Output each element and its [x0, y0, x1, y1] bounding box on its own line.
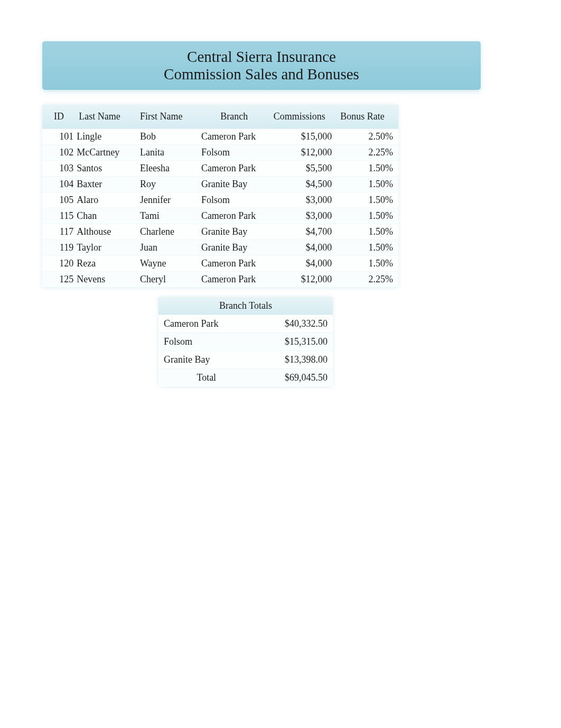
- cell-id: 125: [42, 272, 76, 288]
- cell-id: 101: [42, 129, 76, 145]
- table-row: 102McCartneyLanitaFolsom$12,0002.25%: [42, 145, 398, 161]
- table-row: 115ChanTamiCameron Park$3,0001.50%: [42, 208, 398, 224]
- cell-last-name: Althouse: [76, 224, 137, 240]
- totals-branch-amount: $15,315.00: [255, 333, 333, 351]
- header-branch: Branch: [198, 105, 270, 129]
- cell-first-name: Charlene: [137, 224, 198, 240]
- cell-id: 115: [42, 208, 76, 224]
- cell-bonus-rate: 1.50%: [337, 256, 398, 272]
- totals-branch-name: Cameron Park: [158, 315, 255, 333]
- cell-branch: Folsom: [198, 145, 270, 161]
- totals-branch-amount: $13,398.00: [255, 351, 333, 368]
- cell-id: 120: [42, 256, 76, 272]
- cell-commissions: $12,000: [270, 145, 337, 161]
- cell-id: 103: [42, 161, 76, 177]
- cell-last-name: McCartney: [76, 145, 137, 161]
- cell-commissions: $15,000: [270, 129, 337, 145]
- cell-branch: Cameron Park: [198, 129, 270, 145]
- table-row: 105AlaroJenniferFolsom$3,0001.50%: [42, 192, 398, 208]
- cell-first-name: Eleesha: [137, 161, 198, 177]
- cell-bonus-rate: 2.50%: [337, 129, 398, 145]
- cell-commissions: $4,000: [270, 240, 337, 256]
- cell-first-name: Jennifer: [137, 192, 198, 208]
- cell-bonus-rate: 1.50%: [337, 161, 398, 177]
- cell-last-name: Taylor: [76, 240, 137, 256]
- header-first-name: First Name: [137, 105, 198, 129]
- cell-last-name: Santos: [76, 161, 137, 177]
- table-row: 117AlthouseCharleneGranite Bay$4,7001.50…: [42, 224, 398, 240]
- table-row: 101LingleBobCameron Park$15,0002.50%: [42, 129, 398, 145]
- grand-total-label: Total: [158, 368, 255, 386]
- table-row: 103SantosEleeshaCameron Park$5,5001.50%: [42, 161, 398, 177]
- cell-bonus-rate: 1.50%: [337, 224, 398, 240]
- cell-bonus-rate: 1.50%: [337, 240, 398, 256]
- totals-row: Folsom$15,315.00: [158, 333, 333, 351]
- table-row: 125NevensCherylCameron Park$12,0002.25%: [42, 272, 398, 288]
- cell-branch: Cameron Park: [198, 161, 270, 177]
- cell-bonus-rate: 2.25%: [337, 145, 398, 161]
- cell-commissions: $5,500: [270, 161, 337, 177]
- cell-first-name: Cheryl: [137, 272, 198, 288]
- cell-id: 119: [42, 240, 76, 256]
- cell-bonus-rate: 2.25%: [337, 272, 398, 288]
- cell-branch: Cameron Park: [198, 256, 270, 272]
- cell-first-name: Wayne: [137, 256, 198, 272]
- totals-branch-name: Folsom: [158, 333, 255, 351]
- title-banner: Central Sierra Insurance Commission Sale…: [42, 41, 481, 90]
- totals-branch-name: Granite Bay: [158, 351, 255, 368]
- cell-commissions: $12,000: [270, 272, 337, 288]
- cell-branch: Cameron Park: [198, 272, 270, 288]
- cell-first-name: Tami: [137, 208, 198, 224]
- cell-last-name: Chan: [76, 208, 137, 224]
- cell-first-name: Juan: [137, 240, 198, 256]
- totals-header: Branch Totals: [158, 297, 333, 315]
- cell-branch: Granite Bay: [198, 240, 270, 256]
- cell-commissions: $4,000: [270, 256, 337, 272]
- cell-branch: Granite Bay: [198, 177, 270, 192]
- cell-branch: Folsom: [198, 192, 270, 208]
- cell-commissions: $3,000: [270, 208, 337, 224]
- commission-table: ID Last Name First Name Branch Commissio…: [42, 105, 398, 288]
- cell-last-name: Baxter: [76, 177, 137, 192]
- cell-first-name: Bob: [137, 129, 198, 145]
- cell-id: 102: [42, 145, 76, 161]
- header-id: ID: [42, 105, 76, 129]
- header-bonus-rate: Bonus Rate: [337, 105, 398, 129]
- table-row: 120RezaWayneCameron Park$4,0001.50%: [42, 256, 398, 272]
- header-last-name: Last Name: [76, 105, 137, 129]
- cell-first-name: Lanita: [137, 145, 198, 161]
- cell-id: 117: [42, 224, 76, 240]
- grand-total-amount: $69,045.50: [255, 368, 333, 386]
- totals-row: Granite Bay$13,398.00: [158, 351, 333, 368]
- grand-total-row: Total$69,045.50: [158, 368, 333, 386]
- cell-branch: Cameron Park: [198, 208, 270, 224]
- cell-first-name: Roy: [137, 177, 198, 192]
- table-row: 119TaylorJuanGranite Bay$4,0001.50%: [42, 240, 398, 256]
- table-row: 104BaxterRoyGranite Bay$4,5001.50%: [42, 177, 398, 192]
- cell-last-name: Nevens: [76, 272, 137, 288]
- cell-id: 105: [42, 192, 76, 208]
- cell-last-name: Reza: [76, 256, 137, 272]
- cell-last-name: Lingle: [76, 129, 137, 145]
- cell-bonus-rate: 1.50%: [337, 208, 398, 224]
- header-commissions: Commissions: [270, 105, 337, 129]
- title-line1: Central Sierra Insurance: [187, 48, 336, 66]
- cell-commissions: $4,500: [270, 177, 337, 192]
- cell-bonus-rate: 1.50%: [337, 192, 398, 208]
- totals-branch-amount: $40,332.50: [255, 315, 333, 333]
- branch-totals-table: Branch Totals Cameron Park$40,332.50Fols…: [158, 297, 333, 386]
- cell-commissions: $4,700: [270, 224, 337, 240]
- cell-id: 104: [42, 177, 76, 192]
- cell-branch: Granite Bay: [198, 224, 270, 240]
- title-line2: Commission Sales and Bonuses: [164, 66, 359, 83]
- cell-bonus-rate: 1.50%: [337, 177, 398, 192]
- cell-commissions: $3,000: [270, 192, 337, 208]
- cell-last-name: Alaro: [76, 192, 137, 208]
- totals-row: Cameron Park$40,332.50: [158, 315, 333, 333]
